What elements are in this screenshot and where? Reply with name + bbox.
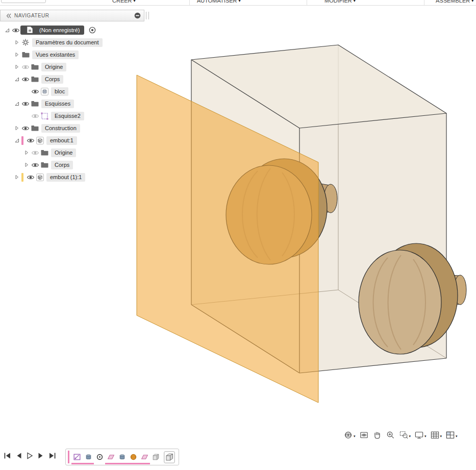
component-icon — [35, 137, 44, 144]
go-to-start-button[interactable] — [4, 452, 11, 459]
timeline-strip[interactable] — [65, 449, 179, 465]
tree-item-parametres-du-document[interactable]: Paramètres du document — [0, 36, 151, 48]
tree-item-embout-1[interactable]: embout:1 — [0, 134, 151, 146]
menu-modifier[interactable]: MODIFIER ▾ — [324, 0, 356, 4]
tree-item-label: Paramètres du document — [32, 38, 103, 47]
timeline-start-marker[interactable] — [68, 451, 69, 463]
eye-hidden-icon[interactable] — [31, 150, 40, 156]
go-to-end-button[interactable] — [48, 452, 56, 459]
toolbar-separator — [189, 0, 190, 5]
plane-feature[interactable] — [139, 450, 150, 464]
play-button[interactable] — [27, 452, 33, 459]
step-back-button[interactable] — [16, 452, 22, 459]
toolbar-separator — [424, 0, 424, 5]
tree-item-label: Origine — [51, 149, 76, 157]
eye-icon[interactable] — [26, 138, 35, 143]
tree-item-label: embout (1):1 — [46, 173, 85, 182]
expand-arrow-icon[interactable] — [13, 52, 21, 57]
timeline-end-marker[interactable] — [164, 451, 175, 463]
folder-icon — [30, 101, 39, 107]
collapse-panel-icon[interactable] — [6, 13, 11, 18]
zoom-icon — [386, 430, 395, 442]
tree-item-esquisses[interactable]: Esquisses — [0, 97, 151, 110]
orbit-button[interactable]: ▾ — [342, 430, 357, 442]
step-forward-button[interactable] — [38, 452, 44, 459]
tree-item-origine[interactable]: Origine — [0, 146, 151, 159]
tree-item-embout-1-1[interactable]: embout (1):1 — [0, 171, 151, 183]
eye-icon[interactable] — [21, 101, 30, 107]
tree-item-label: Esquisses — [41, 100, 74, 108]
chevron-down-icon: ▾ — [134, 0, 136, 3]
fit-button[interactable]: ▾ — [398, 430, 412, 442]
tree-item-label: Esquisse2 — [51, 112, 84, 120]
view-navigation-bar: ▾▾▾▾▾ — [342, 430, 459, 442]
menu-automatiser[interactable]: AUTOMATISER ▾ — [197, 0, 240, 4]
timeline-features — [71, 450, 161, 464]
tree-item-origine[interactable]: Origine — [0, 61, 151, 73]
viewports-icon — [445, 430, 455, 442]
tree-item-esquisse2[interactable]: Esquisse2 — [0, 110, 151, 122]
chevron-down-icon: ▾ — [424, 434, 427, 438]
body-icon — [40, 88, 49, 95]
expand-arrow-icon[interactable] — [13, 64, 21, 69]
box-feature[interactable] — [150, 450, 161, 464]
tree-item-label: (Non enregistré) — [20, 26, 84, 35]
tree-item-corps[interactable]: Corps — [0, 159, 151, 171]
eye-icon[interactable] — [31, 89, 40, 94]
revolve-feature[interactable] — [94, 450, 105, 464]
navigator-tree: (Non enregistré)Paramètres du documentVu… — [0, 21, 151, 183]
chevron-down-icon: ▾ — [238, 0, 240, 3]
tree-item-label: Origine — [41, 63, 66, 71]
look-at-icon — [359, 430, 369, 442]
collapse-arrow-icon[interactable] — [3, 28, 11, 33]
zoom-button[interactable] — [385, 430, 396, 442]
eye-hidden-icon[interactable] — [31, 113, 40, 119]
eye-icon[interactable] — [31, 162, 40, 168]
expand-arrow-icon[interactable] — [13, 40, 21, 45]
folder-icon — [40, 150, 49, 156]
activate-radio-icon[interactable] — [88, 27, 97, 34]
tree-item-corps[interactable]: Corps — [0, 73, 151, 85]
menu-label: AUTOMATISER — [197, 0, 237, 4]
fit-icon — [399, 430, 409, 442]
tree-item-label: Corps — [41, 75, 63, 84]
plane-feature[interactable] — [105, 450, 116, 464]
eye-icon[interactable] — [11, 28, 20, 33]
eye-icon[interactable] — [21, 77, 30, 82]
toolbar-separator — [307, 0, 307, 5]
tree-item-construction[interactable]: Construction — [0, 122, 151, 134]
menu-creer[interactable]: CRÉER ▾ — [112, 0, 136, 4]
panel-resize-grip[interactable] — [146, 12, 149, 19]
form-feature[interactable] — [128, 450, 139, 464]
folder-icon — [30, 76, 39, 82]
component-icon — [35, 174, 44, 181]
navigator-header[interactable]: NAVIGATEUR — [0, 10, 144, 21]
expand-arrow-icon[interactable] — [13, 175, 21, 180]
collapse-arrow-icon[interactable] — [13, 101, 21, 106]
chevron-down-icon: ▾ — [440, 434, 442, 438]
extrude-feature[interactable] — [83, 450, 94, 464]
eye-icon[interactable] — [26, 175, 35, 180]
viewports-button[interactable]: ▾ — [444, 430, 459, 442]
expand-arrow-icon[interactable] — [22, 150, 31, 155]
grid-button[interactable]: ▾ — [429, 430, 443, 442]
display-settings-button[interactable]: ▾ — [413, 430, 428, 442]
collapse-all-icon[interactable] — [134, 12, 141, 19]
eye-hidden-icon[interactable] — [21, 64, 30, 70]
menu-assembler[interactable]: ASSEMBLER ▾ — [436, 0, 473, 4]
extrude-feature[interactable] — [116, 450, 128, 464]
collapse-arrow-icon[interactable] — [13, 138, 21, 143]
tree-item-bloc[interactable]: bloc — [0, 85, 151, 97]
collapse-arrow-icon[interactable] — [13, 77, 21, 82]
folder-icon — [30, 125, 39, 131]
tree-item-vues-existantes[interactable]: Vues existantes — [0, 48, 151, 61]
look-at-button[interactable] — [358, 430, 370, 442]
grid-icon — [430, 430, 440, 442]
expand-arrow-icon[interactable] — [22, 162, 31, 167]
expand-arrow-icon[interactable] — [13, 126, 21, 131]
tree-item-non-enregistre[interactable]: (Non enregistré) — [0, 24, 151, 36]
pan-button[interactable] — [371, 430, 383, 442]
eye-icon[interactable] — [21, 126, 30, 131]
sketch-feature[interactable] — [71, 450, 83, 464]
chevron-down-icon: ▾ — [471, 0, 473, 3]
